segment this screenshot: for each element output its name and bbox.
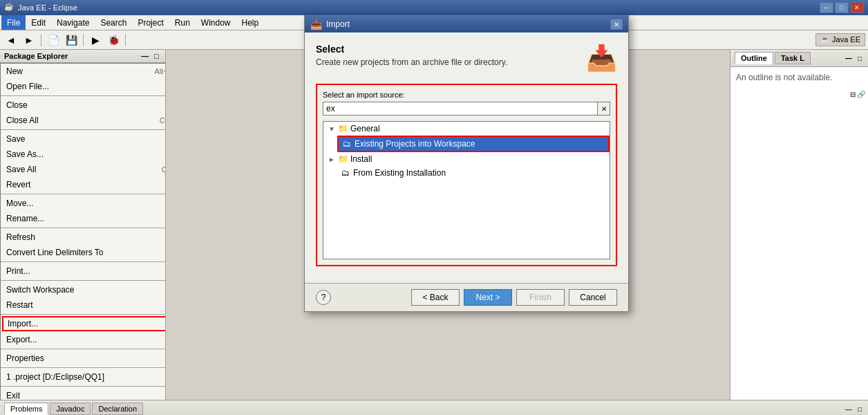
dialog-content: Select Create new projects from an archi… bbox=[305, 33, 628, 283]
dialog-import-icon: 📥 bbox=[586, 44, 617, 73]
tab-problems[interactable]: Problems bbox=[4, 403, 48, 415]
maximize-button[interactable]: □ bbox=[835, 2, 849, 13]
menu-search[interactable]: Search bbox=[95, 15, 132, 30]
menu-window[interactable]: Window bbox=[196, 15, 236, 30]
left-panel-maximize[interactable]: □ bbox=[152, 52, 161, 60]
tree-child-from-existing: 🗂 From Existing Installation bbox=[323, 166, 610, 180]
sep-7 bbox=[1, 314, 165, 315]
menu-help[interactable]: Help bbox=[236, 15, 265, 30]
dialog-buttons: ? < Back Next > Finish Cancel bbox=[305, 283, 628, 311]
bottom-panel: Problems Javadoc Declaration — □ Descrip… bbox=[0, 400, 868, 415]
app-icon: ☕ bbox=[4, 2, 15, 13]
import-search-clear[interactable]: ✕ bbox=[598, 102, 610, 116]
menu-file[interactable]: File bbox=[1, 15, 26, 30]
right-panel-maximize[interactable]: □ bbox=[856, 55, 864, 62]
menu-close-all[interactable]: Close All Ctrl+Shift+W bbox=[1, 113, 165, 128]
bottom-minimize[interactable]: — bbox=[843, 405, 854, 413]
menu-export[interactable]: Export... bbox=[1, 332, 165, 347]
expand-general[interactable]: ▼ bbox=[326, 123, 337, 134]
sep-4 bbox=[1, 228, 165, 228]
left-panel-minimize[interactable]: — bbox=[139, 52, 151, 60]
tree-node-existing-projects[interactable]: 🗂 Existing Projects into Workspace bbox=[337, 136, 610, 152]
import-dialog-overlay: 📥 Import ✕ Select Create new projects fr… bbox=[304, 15, 629, 312]
import-source-label: Select an import source: bbox=[323, 91, 610, 99]
perspective-javaee[interactable]: ☕ Java EE bbox=[815, 33, 865, 46]
right-panel-header: Outline Task L — □ bbox=[730, 50, 868, 67]
import-search-input[interactable] bbox=[323, 102, 598, 116]
dialog-title-text: Import bbox=[326, 19, 350, 29]
outline-content: An outline is not available. bbox=[730, 67, 868, 88]
folder-icon-existing: 🗂 bbox=[341, 138, 352, 149]
menu-print[interactable]: Print... Ctrl+P bbox=[1, 264, 165, 279]
sep-9 bbox=[1, 367, 165, 368]
toolbar-new[interactable]: 📄 bbox=[45, 33, 62, 48]
left-panel-title: Package Explorer bbox=[4, 52, 68, 60]
menu-move[interactable]: Move... bbox=[1, 196, 165, 211]
menu-edit[interactable]: Edit bbox=[26, 15, 51, 30]
tab-declaration[interactable]: Declaration bbox=[92, 403, 143, 415]
title-bar-buttons: ─ □ ✕ bbox=[820, 2, 864, 13]
toolbar-run[interactable]: ▶ bbox=[87, 33, 104, 48]
right-panel-toolbar: ⊟ 🔗 bbox=[730, 88, 868, 101]
menu-properties[interactable]: Properties Alt+Enter bbox=[1, 351, 165, 366]
menu-project[interactable]: Project bbox=[132, 15, 169, 30]
tree-node-general[interactable]: ▼ 📁 General bbox=[323, 122, 610, 136]
menu-new[interactable]: New Alt+Shift+N ► bbox=[1, 64, 165, 79]
cancel-button[interactable]: Cancel bbox=[569, 289, 617, 306]
sep-1 bbox=[1, 95, 165, 96]
import-source-group: Select an import source: ✕ ▼ 📁 General bbox=[316, 84, 617, 266]
menu-open-file[interactable]: Open File... bbox=[1, 79, 165, 94]
dialog-help-button[interactable]: ? bbox=[316, 290, 331, 305]
right-panel-minimize[interactable]: — bbox=[843, 55, 854, 62]
back-button[interactable]: < Back bbox=[411, 289, 460, 306]
close-button[interactable]: ✕ bbox=[850, 2, 864, 13]
menu-run[interactable]: Run bbox=[169, 15, 196, 30]
menu-import[interactable]: Import... bbox=[2, 316, 165, 331]
menu-recent1[interactable]: 1 .project [D:/Eclipse/QQ1] bbox=[1, 369, 165, 385]
sep-8 bbox=[1, 349, 165, 349]
toolbar-forward[interactable]: ► bbox=[21, 33, 37, 48]
sep-2 bbox=[1, 129, 165, 130]
minimize-button[interactable]: ─ bbox=[820, 2, 833, 13]
toolbar-back[interactable]: ◄ bbox=[3, 33, 19, 48]
menu-restart[interactable]: Restart bbox=[1, 297, 165, 313]
tree-label-from-existing: From Existing Installation bbox=[353, 168, 607, 178]
next-button[interactable]: Next > bbox=[464, 289, 512, 306]
sep-5 bbox=[1, 261, 165, 262]
link-editor-icon[interactable]: 🔗 bbox=[857, 91, 865, 98]
tab-tasklist[interactable]: Task L bbox=[775, 52, 811, 64]
menu-switch-workspace[interactable]: Switch Workspace ► bbox=[1, 282, 165, 297]
sep-10 bbox=[1, 386, 165, 387]
menu-save[interactable]: Save Ctrl+S bbox=[1, 131, 165, 147]
menu-save-as[interactable]: Save As... bbox=[1, 147, 165, 162]
tree-node-install[interactable]: ► 📁 Install bbox=[323, 152, 610, 166]
import-tree: ▼ 📁 General 🗂 Existing Projects into Wor… bbox=[323, 121, 610, 259]
panel-tabs: Outline Task L bbox=[735, 52, 811, 64]
dialog-close-button[interactable]: ✕ bbox=[610, 19, 623, 30]
menu-convert-line[interactable]: Convert Line Delimiters To ► bbox=[1, 245, 165, 260]
menu-exit[interactable]: Exit bbox=[1, 388, 165, 400]
left-panel-header: Package Explorer — □ bbox=[0, 50, 165, 63]
tree-node-from-existing[interactable]: 🗂 From Existing Installation bbox=[337, 166, 610, 180]
folder-icon-general: 📁 bbox=[337, 123, 348, 134]
center-area: 📥 Import ✕ Select Create new projects fr… bbox=[166, 50, 730, 400]
menu-close[interactable]: Close Ctrl+W bbox=[1, 98, 165, 113]
menu-refresh[interactable]: Refresh F5 bbox=[1, 230, 165, 245]
menu-navigate[interactable]: Navigate bbox=[51, 15, 95, 30]
finish-button[interactable]: Finish bbox=[516, 289, 565, 306]
menu-rename[interactable]: Rename... F2 bbox=[1, 211, 165, 226]
toolbar-save[interactable]: 💾 bbox=[63, 33, 79, 48]
toolbar-sep-3 bbox=[125, 34, 126, 46]
import-search-row: ✕ bbox=[323, 102, 610, 116]
tab-outline[interactable]: Outline bbox=[735, 52, 773, 64]
menu-save-all[interactable]: Save All Ctrl+Shift+S bbox=[1, 162, 165, 177]
bottom-maximize[interactable]: □ bbox=[856, 405, 864, 413]
menu-revert[interactable]: Revert bbox=[1, 177, 165, 192]
toolbar-debug[interactable]: 🐞 bbox=[105, 33, 122, 48]
folder-icon-install: 📁 bbox=[337, 154, 348, 165]
collapse-all-icon[interactable]: ⊟ bbox=[850, 91, 856, 98]
tab-javadoc[interactable]: Javadoc bbox=[50, 403, 91, 415]
main-layout: Package Explorer — □ New Alt+Shift+N ► O… bbox=[0, 50, 868, 400]
expand-install[interactable]: ► bbox=[326, 154, 337, 165]
bottom-panel-header: Problems Javadoc Declaration — □ bbox=[0, 400, 868, 415]
